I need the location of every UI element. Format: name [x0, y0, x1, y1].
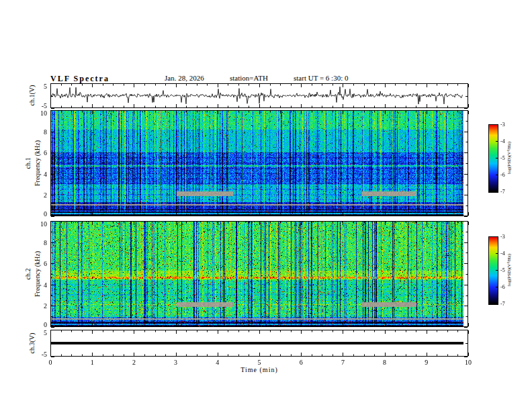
- station-label: station=ATH: [230, 74, 268, 82]
- ch1-spectrogram-panel: [50, 110, 468, 216]
- colorbar-ch2-label: log(PSD)(V²/Hz): [506, 254, 512, 286]
- colorbar-tick-label: -6: [500, 172, 505, 178]
- y-tick-label: 2: [44, 191, 47, 199]
- figure-title: VLF Spectra: [50, 74, 109, 84]
- y-tick-label: 10: [40, 109, 47, 117]
- x-tick-label: 4: [216, 359, 219, 366]
- date-label: Jan. 28, 2026: [165, 74, 204, 82]
- y-tick-label: 6: [44, 149, 47, 156]
- y-tick-label: 0: [44, 321, 47, 328]
- y-tick-label: -5: [42, 102, 47, 109]
- ch1-waveform-panel: [50, 83, 468, 108]
- ch1-spec-ylabel: Frequency (kHz): [34, 140, 41, 186]
- colorbar-ch1: [488, 124, 498, 193]
- y-tick-label: 6: [44, 260, 47, 267]
- y-tick-label: -5: [42, 351, 47, 358]
- ch1-waveform-canvas: [51, 84, 463, 107]
- start-time-label: start UT = 6 :30: 0: [294, 74, 348, 82]
- x-tick-label: 3: [174, 359, 177, 366]
- ch3-wave-ylabel: ch.3(V): [28, 333, 36, 354]
- y-tick-label: 8: [44, 128, 47, 135]
- x-tick-label: 1: [91, 359, 94, 366]
- colorbar-tick-label: -6: [500, 284, 505, 290]
- y-tick-label: 4: [44, 281, 47, 288]
- x-axis-title: Time (min): [240, 366, 277, 373]
- y-tick-label: 0: [44, 210, 47, 218]
- ch2-spectrogram-canvas: [51, 222, 463, 326]
- y-tick-label: 4: [44, 170, 47, 177]
- x-tick-label: 9: [425, 359, 428, 366]
- colorbar-ch1-label: log(PSD)(V²/Hz): [506, 142, 512, 174]
- colorbar-tick-label: -5: [500, 155, 505, 161]
- x-tick-label: 6: [300, 359, 303, 366]
- ch2-spec-ylabel: Frequency (kHz): [34, 251, 41, 297]
- y-tick-label: 8: [44, 238, 47, 246]
- y-tick-label: 5: [44, 83, 47, 90]
- colorbar-ch2: [488, 236, 498, 305]
- x-tick-label: 10: [465, 359, 472, 366]
- x-tick-label: 5: [258, 359, 261, 366]
- colorbar-tick-label: -7: [500, 301, 505, 307]
- colorbar-tick-label: -3: [500, 234, 505, 240]
- y-tick-label: 2: [44, 302, 47, 310]
- ch1-wave-ylabel: ch.1(V): [28, 85, 36, 106]
- ch2-spectrogram-panel: [50, 221, 468, 327]
- ch2-spec-channel-label: ch.2: [24, 269, 32, 280]
- colorbar-tick-label: -4: [500, 250, 505, 257]
- x-tick-label: 2: [132, 359, 136, 366]
- colorbar-tick-label: -4: [500, 138, 505, 144]
- ch1-spec-channel-label: ch.1: [24, 158, 32, 169]
- vlf-spectra-figure: VLF Spectra Jan. 28, 2026 station=ATH st…: [0, 0, 532, 411]
- x-tick-label: 7: [341, 359, 345, 366]
- y-tick-label: 10: [40, 220, 47, 228]
- x-tick-label: 8: [383, 359, 386, 366]
- x-tick-label: 0: [49, 359, 52, 366]
- colorbar-tick-label: -7: [500, 189, 505, 195]
- ch3-waveform-panel: [50, 330, 468, 357]
- ch1-spectrogram-canvas: [51, 111, 463, 216]
- colorbar-tick-label: -3: [500, 122, 505, 128]
- ch3-waveform-canvas: [51, 330, 463, 356]
- colorbar-tick-label: -5: [500, 267, 505, 273]
- y-tick-label: 5: [44, 329, 47, 336]
